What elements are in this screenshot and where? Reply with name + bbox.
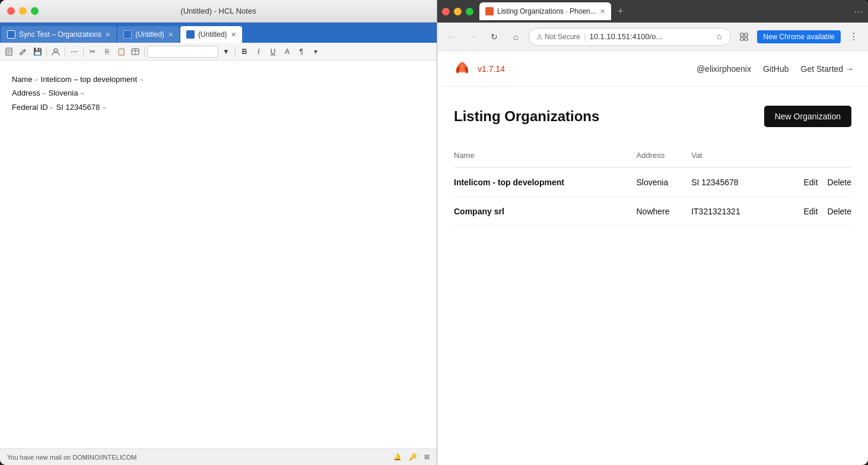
notes-federal-field: Federal ID ⌐ SI 12345678 ¬ xyxy=(12,100,425,114)
phoenix-col-address: Address xyxy=(637,146,692,167)
toolbar-agent-btn[interactable] xyxy=(49,45,62,58)
notes-tab-untitled-2[interactable]: (Untitled) ✕ xyxy=(180,26,242,43)
notes-status-text: You have new mail on DOMINO/INTELICOM xyxy=(7,454,136,461)
notes-statusbar: You have new mail on DOMINO/INTELICOM 🔔 … xyxy=(0,448,437,465)
chrome-maximize-button[interactable] xyxy=(466,8,473,15)
chrome-back-button[interactable]: ← xyxy=(443,29,460,45)
phoenix-org-1-actions: Edit Delete xyxy=(772,167,851,197)
chrome-expand-button[interactable]: ⋯ xyxy=(854,6,863,17)
svg-rect-9 xyxy=(745,33,748,36)
chrome-extensions-button[interactable] xyxy=(736,29,752,45)
phoenix-new-org-button[interactable]: New Organization xyxy=(764,106,851,127)
notes-tab-close-1[interactable]: ✕ xyxy=(105,31,110,39)
notes-address-field: Address ⌐ Slovenia ¬ xyxy=(12,86,425,100)
toolbar-search-input[interactable] xyxy=(147,46,218,58)
chrome-tab-close[interactable]: ✕ xyxy=(600,8,605,15)
toolbar-cut-btn[interactable]: ✂ xyxy=(86,45,99,58)
phoenix-orgs-table: Name Address Vat Intelicom - top develop… xyxy=(454,146,851,226)
chrome-window-controls xyxy=(442,8,473,15)
notes-content: Name ⌐ Intelicom – top development ¬ Add… xyxy=(0,61,437,448)
notes-tab-icon-3 xyxy=(186,30,195,39)
phoenix-logo-icon xyxy=(452,58,473,80)
phoenix-get-started-link[interactable]: Get Started → xyxy=(801,64,854,74)
svg-rect-10 xyxy=(740,37,743,40)
toolbar-search-down-btn[interactable]: ▼ xyxy=(220,45,233,58)
notes-tabbar: Sync Test – Organizations ✕ (Untitled) ✕… xyxy=(0,23,437,43)
address-separator: | xyxy=(584,32,586,41)
toolbar-copy-btn[interactable]: ⎘ xyxy=(100,45,113,58)
phoenix-org-1-action-buttons: Edit Delete xyxy=(772,178,851,187)
phoenix-org-1-address: Slovenia xyxy=(637,167,692,197)
notes-tab-untitled-1[interactable]: (Untitled) ✕ xyxy=(117,26,179,43)
chrome-tab-listing-orgs[interactable]: Listing Organizations · Phoen... ✕ xyxy=(479,2,611,20)
notes-tab-icon-1 xyxy=(7,30,15,39)
notes-tab-sync-test[interactable]: Sync Test – Organizations ✕ xyxy=(1,26,116,43)
chrome-titlebar: Listing Organizations · Phoen... ✕ + ⋯ xyxy=(437,0,868,23)
phoenix-table-header: Name Address Vat xyxy=(454,146,851,167)
notes-titlebar: (Untitled) - HCL Notes xyxy=(0,0,437,23)
svg-rect-8 xyxy=(740,33,743,36)
phoenix-header: v1.7.14 @elixirphoenix GitHub Get Starte… xyxy=(437,51,868,87)
svg-rect-11 xyxy=(745,37,748,40)
toolbar-bold-btn[interactable]: B xyxy=(238,45,251,58)
statusbar-grid-icon: ⊞ xyxy=(424,453,430,461)
toolbar-para-btn[interactable]: ¶ xyxy=(295,45,308,58)
phoenix-org-1-edit-link[interactable]: Edit xyxy=(803,178,818,187)
chrome-bookmark-icon[interactable]: ☆ xyxy=(716,32,723,42)
phoenix-account-link[interactable]: @elixirphoenix xyxy=(697,64,751,74)
toolbar-paste-btn[interactable]: 📋 xyxy=(115,45,128,58)
phoenix-org-2-delete-link[interactable]: Delete xyxy=(828,207,851,216)
chrome-tabbar: Listing Organizations · Phoen... ✕ + ⋯ xyxy=(479,0,863,23)
notes-close-button[interactable] xyxy=(7,7,15,15)
phoenix-org-1-delete-link[interactable]: Delete xyxy=(828,178,851,187)
phoenix-org-2-vat: IT321321321 xyxy=(691,197,772,226)
chrome-security-text: Not Secure xyxy=(545,33,580,41)
chrome-menu-button[interactable]: ⋮ xyxy=(845,29,862,45)
phoenix-col-vat: Vat xyxy=(691,146,772,167)
toolbar-underline-btn[interactable]: U xyxy=(266,45,279,58)
chrome-refresh-button[interactable]: ↻ xyxy=(486,29,503,45)
chrome-close-button[interactable] xyxy=(442,8,450,15)
toolbar-format-btn[interactable]: A xyxy=(281,45,294,58)
phoenix-org-2-edit-link[interactable]: Edit xyxy=(803,207,818,216)
notes-title: (Untitled) - HCL Notes xyxy=(180,7,256,15)
phoenix-page-header: Listing Organizations New Organization xyxy=(454,106,851,127)
notes-federal-value: SI 12345678 xyxy=(56,100,100,114)
toolbar-more-btn[interactable]: ▾ xyxy=(309,45,322,58)
notes-name-field: Name ⌐ Intelicom – top development ¬ xyxy=(12,72,425,86)
chrome-forward-button[interactable]: → xyxy=(465,29,481,45)
notes-tab-icon-2 xyxy=(123,30,132,39)
toolbar-new-doc-btn[interactable] xyxy=(2,45,15,58)
toolbar-sep-3 xyxy=(83,46,84,57)
phoenix-app: v1.7.14 @elixirphoenix GitHub Get Starte… xyxy=(437,51,868,465)
statusbar-bell-icon[interactable]: 🔔 xyxy=(393,453,402,461)
chrome-address-box[interactable]: ⚠ Not Secure | 10.1.10.151:4100/o... ☆ xyxy=(529,28,731,46)
notes-tab-label-1: Sync Test – Organizations xyxy=(19,30,101,39)
notes-window: (Untitled) - HCL Notes Sync Test – Organ… xyxy=(0,0,437,465)
notes-tab-close-3[interactable]: ✕ xyxy=(231,31,236,39)
chrome-home-button[interactable]: ⌂ xyxy=(507,29,524,45)
phoenix-org-2-address: Nowhere xyxy=(637,197,692,226)
phoenix-col-name: Name xyxy=(454,146,637,167)
chrome-update-button[interactable]: New Chrome available xyxy=(757,30,841,43)
notes-toolbar: 💾 ⋯ ✂ ⎘ 📋 ▼ B I U A ¶ ▾ xyxy=(0,43,437,61)
toolbar-save-btn[interactable]: 💾 xyxy=(31,45,44,58)
chrome-window: Listing Organizations · Phoen... ✕ + ⋯ ←… xyxy=(437,0,868,465)
notes-minimize-button[interactable] xyxy=(19,7,27,15)
notes-address-value: Slovenia xyxy=(49,86,78,100)
chrome-minimize-button[interactable] xyxy=(454,8,462,15)
toolbar-sep-5 xyxy=(235,46,236,57)
phoenix-table-body: Intelicom - top development Slovenia SI … xyxy=(454,167,851,226)
warning-icon: ⚠ xyxy=(536,33,543,41)
phoenix-org-row-1: Intelicom - top development Slovenia SI … xyxy=(454,167,851,197)
toolbar-edit-btn[interactable] xyxy=(17,45,30,58)
toolbar-italic-btn[interactable]: I xyxy=(252,45,265,58)
chrome-new-tab-button[interactable]: + xyxy=(612,3,629,20)
phoenix-github-link[interactable]: GitHub xyxy=(763,64,789,74)
notes-tab-close-2[interactable]: ✕ xyxy=(168,31,173,39)
toolbar-table-btn[interactable] xyxy=(129,45,142,58)
notes-window-controls xyxy=(7,7,39,15)
toolbar-dots-btn[interactable]: ⋯ xyxy=(68,45,81,58)
notes-maximize-button[interactable] xyxy=(31,7,39,15)
phoenix-org-1-name: Intelicom - top development xyxy=(454,167,637,197)
